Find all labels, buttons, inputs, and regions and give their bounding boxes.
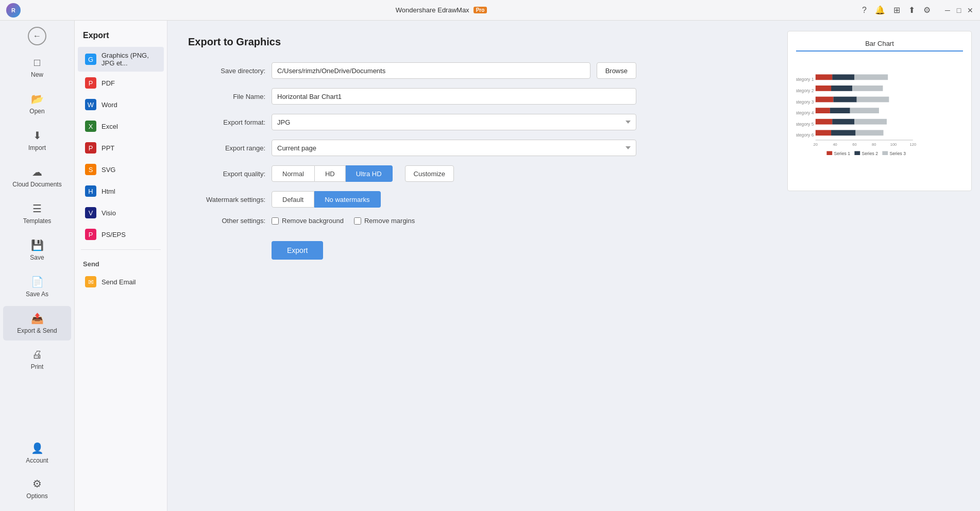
share-icon[interactable]: ⬆: [908, 5, 915, 15]
sidebar-label-saveas: Save As: [26, 291, 48, 298]
chart-container: Category 1 Category 2 Category 3 Categor…: [796, 58, 963, 182]
sidebar-item-import[interactable]: ⬇ Import: [3, 123, 71, 158]
svg-text:100: 100: [890, 142, 897, 147]
graphics-label: Graphics (PNG, JPG et...: [102, 52, 157, 67]
sidebar-export-visio[interactable]: V Visio: [78, 202, 164, 223]
apps-icon[interactable]: ⊞: [893, 5, 900, 15]
svg-rect-13: [833, 97, 856, 103]
sidebar-item-save[interactable]: 💾 Save: [3, 233, 71, 267]
titlebar-center: Wondershare EdrawMax Pro: [396, 6, 487, 14]
file-name-row: File Name:: [188, 88, 636, 105]
remove-background-checkbox[interactable]: Remove background: [272, 217, 344, 225]
account-icon: 👤: [31, 442, 44, 454]
sidebar-label-print: Print: [31, 363, 44, 370]
sidebar-export-pseps[interactable]: P PS/EPS: [78, 224, 164, 245]
remove-margins-input[interactable]: [354, 217, 361, 225]
svg-rect-12: [816, 97, 834, 103]
quality-hd-button[interactable]: HD: [315, 165, 346, 182]
sidebar-item-cloud[interactable]: ☁ Cloud Documents: [3, 160, 71, 194]
html-icon: H: [85, 185, 96, 197]
user-avatar[interactable]: R: [6, 3, 21, 18]
sidebar-send-email[interactable]: ✉ Send Email: [78, 271, 164, 292]
svg-text:40: 40: [833, 142, 837, 147]
titlebar-right-icons: ? 🔔 ⊞ ⬆ ⚙: [862, 5, 931, 15]
customize-button[interactable]: Customize: [405, 165, 454, 182]
preview-panel: Bar Chart Category 1 Category 2 Category…: [779, 21, 980, 511]
sidebar-item-export[interactable]: 📤 Export & Send: [3, 306, 71, 340]
minimize-button[interactable]: ─: [944, 7, 951, 14]
sidebar-item-options[interactable]: ⚙ Options: [3, 471, 71, 506]
sidebar-item-saveas[interactable]: 📄 Save As: [3, 269, 71, 304]
page-title: Export to Graphics: [188, 36, 758, 48]
sidebar-wide-header: Export: [75, 27, 167, 46]
quality-normal-button[interactable]: Normal: [272, 165, 315, 182]
sidebar-export-svg[interactable]: S SVG: [78, 159, 164, 180]
export-quality-label: Export quality:: [188, 170, 265, 178]
svg-label: SVG: [102, 166, 115, 174]
export-format-row: Export format: JPG PNG BMP TIFF SVG PDF: [188, 114, 636, 130]
svg-rect-10: [831, 86, 852, 91]
remove-background-input[interactable]: [272, 217, 279, 225]
save-directory-input[interactable]: [272, 62, 590, 79]
browse-button[interactable]: Browse: [597, 62, 636, 79]
restore-button[interactable]: □: [955, 7, 962, 14]
pdf-icon: P: [85, 77, 96, 89]
sidebar-export-html[interactable]: H Html: [78, 181, 164, 201]
templates-icon: ☰: [32, 202, 42, 215]
sidebar-label-templates: Templates: [23, 217, 52, 225]
sidebar-item-print[interactable]: 🖨 Print: [3, 343, 71, 377]
sidebar-label-save: Save: [30, 254, 44, 261]
svg-rect-23: [856, 130, 884, 135]
file-name-label: File Name:: [188, 93, 265, 100]
close-button[interactable]: ✕: [967, 7, 974, 14]
svg-text:Series 3: Series 3: [889, 151, 906, 156]
sidebar-label-export: Export & Send: [17, 327, 57, 334]
watermark-none-button[interactable]: No watermarks: [314, 191, 380, 208]
watermark-default-button[interactable]: Default: [272, 191, 314, 208]
export-button[interactable]: Export: [272, 241, 323, 260]
svg-rect-33: [854, 151, 860, 155]
visio-label: Visio: [102, 209, 116, 217]
help-icon[interactable]: ?: [862, 6, 867, 15]
export-format-select[interactable]: JPG PNG BMP TIFF SVG PDF: [272, 114, 636, 130]
sidebar-export-ppt[interactable]: P PPT: [78, 138, 164, 158]
sidebar-label-import: Import: [28, 144, 46, 151]
quality-ultra-hd-button[interactable]: Ultra HD: [346, 165, 393, 182]
export-format-label: Export format:: [188, 118, 265, 126]
svg-rect-35: [882, 151, 888, 155]
sidebar-export-graphics[interactable]: G Graphics (PNG, JPG et...: [78, 47, 164, 72]
file-name-input[interactable]: [272, 88, 636, 105]
visio-icon: V: [85, 207, 96, 218]
save-directory-row: Save directory: Browse: [188, 62, 636, 79]
export-range-select[interactable]: Current page All pages Selected pages: [272, 140, 636, 156]
svg-text:Category 6: Category 6: [796, 132, 814, 138]
sidebar-item-new[interactable]: □ New: [3, 50, 71, 84]
pdf-label: PDF: [102, 79, 115, 87]
sidebar-item-open[interactable]: 📂 Open: [3, 87, 71, 121]
save-icon: 💾: [31, 239, 44, 251]
watermark-row: Watermark settings: Default No watermark…: [188, 191, 636, 208]
cloud-icon: ☁: [32, 166, 42, 178]
remove-margins-checkbox[interactable]: Remove margins: [354, 217, 415, 225]
sidebar-bottom: 👤 Account ⚙ Options: [0, 435, 74, 511]
svg-rect-14: [857, 97, 889, 103]
sidebar-item-account[interactable]: 👤 Account: [3, 436, 71, 470]
sidebar-divider: [81, 249, 161, 250]
bell-icon[interactable]: 🔔: [875, 5, 885, 15]
ppt-icon: P: [85, 142, 96, 154]
svg-text:80: 80: [872, 142, 876, 147]
settings-icon[interactable]: ⚙: [923, 5, 931, 15]
back-button[interactable]: ←: [28, 27, 46, 45]
svg-rect-11: [852, 86, 883, 91]
sidebar-export-word[interactable]: W Word: [78, 94, 164, 115]
sidebar-export-pdf[interactable]: P PDF: [78, 73, 164, 93]
svg-rect-22: [831, 130, 856, 135]
watermark-label: Watermark settings:: [188, 196, 265, 203]
export-range-label: Export range:: [188, 144, 265, 152]
svg-text:Category 2: Category 2: [796, 88, 814, 93]
html-label: Html: [102, 188, 115, 195]
svg-rect-6: [816, 74, 832, 80]
sidebar-export-excel[interactable]: X Excel: [78, 116, 164, 137]
sidebar-item-templates[interactable]: ☰ Templates: [3, 196, 71, 231]
word-label: Word: [102, 101, 117, 109]
